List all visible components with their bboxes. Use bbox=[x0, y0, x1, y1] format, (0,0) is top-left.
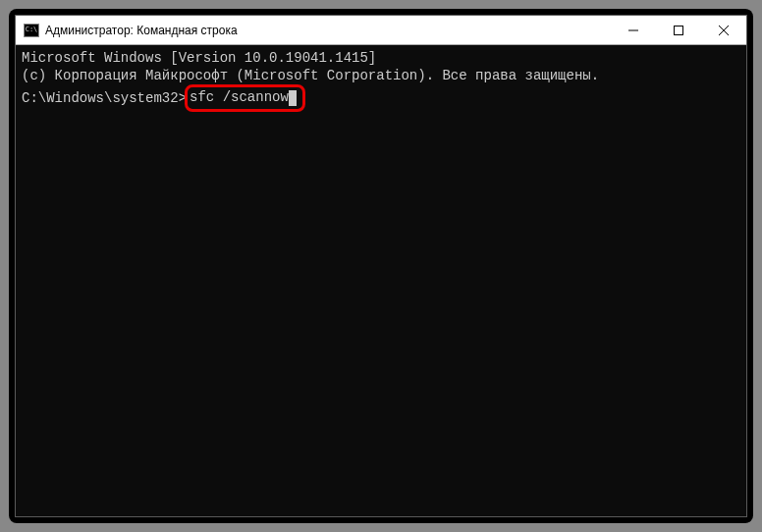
terminal-cursor bbox=[289, 90, 297, 106]
command-highlight: sfc /scannow bbox=[185, 84, 305, 111]
terminal-prompt: C:\Windows\system32> bbox=[22, 89, 187, 107]
close-button[interactable] bbox=[701, 16, 746, 44]
titlebar[interactable]: C:\ Администратор: Командная строка bbox=[16, 16, 746, 45]
cmd-icon-text: C:\ bbox=[26, 27, 38, 33]
terminal-header-line-1: Microsoft Windows [Version 10.0.19041.14… bbox=[22, 49, 740, 67]
window-title: Администратор: Командная строка bbox=[45, 24, 611, 37]
terminal-header-line-2: (c) Корпорация Майкрософт (Microsoft Cor… bbox=[22, 67, 740, 84]
minimize-button[interactable] bbox=[611, 16, 656, 44]
svg-rect-1 bbox=[675, 26, 683, 34]
terminal-area[interactable]: Microsoft Windows [Version 10.0.19041.14… bbox=[16, 45, 746, 516]
window-controls bbox=[611, 16, 746, 44]
minimize-icon bbox=[628, 26, 638, 35]
maximize-button[interactable] bbox=[656, 16, 701, 44]
maximize-icon bbox=[674, 26, 683, 35]
terminal-prompt-line: C:\Windows\system32>sfc /scannow bbox=[22, 84, 740, 111]
terminal-command: sfc /scannow bbox=[190, 89, 289, 105]
screenshot-frame: C:\ Администратор: Командная строка Micr… bbox=[9, 9, 753, 523]
cmd-icon: C:\ bbox=[24, 24, 39, 37]
cmd-window: C:\ Администратор: Командная строка Micr… bbox=[15, 15, 747, 517]
close-icon bbox=[719, 26, 729, 35]
